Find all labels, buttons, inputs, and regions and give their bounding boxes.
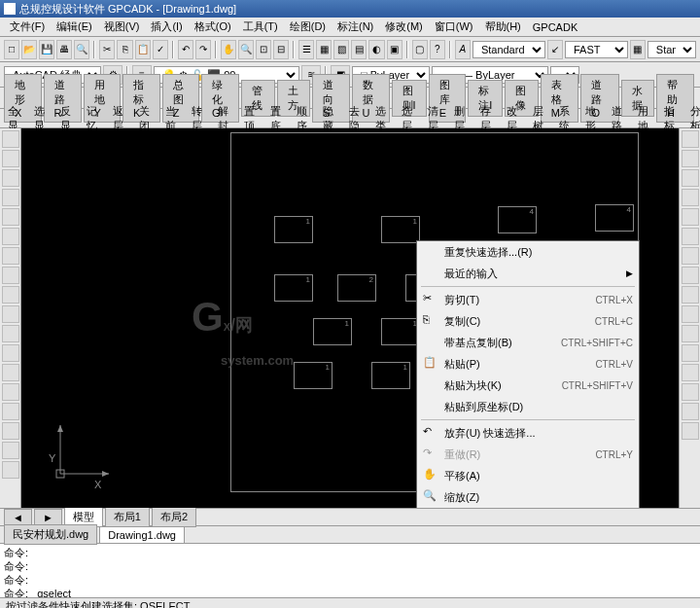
rect-shape[interactable]: 1 — [371, 362, 410, 389]
context-menu-item[interactable]: 重复快速选择...(R) — [417, 241, 639, 263]
mtext-icon[interactable] — [2, 461, 19, 479]
help-icon[interactable]: ? — [430, 40, 445, 59]
tab-nav[interactable]: ◄ — [4, 509, 32, 526]
table-style-icon[interactable]: ▦ — [630, 40, 646, 59]
copy-obj-icon[interactable] — [682, 150, 699, 167]
menu-item[interactable]: GPCADK — [527, 19, 583, 35]
menu-item[interactable]: 标注(N) — [332, 18, 379, 36]
polygon-icon[interactable] — [2, 189, 19, 206]
line-icon[interactable] — [2, 130, 19, 148]
zoom-icon[interactable]: 🔍 — [238, 40, 254, 59]
context-menu-item[interactable]: 粘贴到原坐标(D) — [417, 396, 639, 417]
drawing-canvas[interactable]: 1 1 4 4 1 2 2 1 1 1 1 GX/网 system.com Y … — [21, 128, 679, 508]
stretch-icon[interactable] — [682, 286, 699, 304]
text-style-combo[interactable]: Standard — [472, 41, 545, 58]
break-icon[interactable] — [682, 344, 699, 362]
menu-item[interactable]: 修改(M) — [379, 18, 429, 36]
paste-icon[interactable]: 📋 — [135, 40, 151, 59]
open-icon[interactable]: 📂 — [21, 40, 37, 59]
menu-item[interactable]: 绘图(D) — [284, 18, 332, 36]
rect-shape[interactable]: 4 — [498, 206, 537, 233]
gradient-icon[interactable] — [2, 403, 19, 420]
chamfer-icon[interactable] — [682, 383, 699, 401]
mirror-icon[interactable] — [682, 169, 699, 187]
design-center-icon[interactable]: ▦ — [316, 40, 332, 59]
xline-icon[interactable] — [2, 150, 19, 167]
copy-icon[interactable]: ⎘ — [117, 40, 132, 59]
redo-icon[interactable]: ↷ — [195, 40, 211, 59]
region-icon[interactable] — [2, 422, 19, 440]
menu-item[interactable]: 格式(O) — [189, 18, 237, 36]
erase-icon[interactable] — [682, 130, 699, 148]
tool-palette-icon[interactable]: ▧ — [333, 40, 349, 59]
menu-item[interactable]: 文件(F) — [4, 18, 51, 36]
context-menu-item[interactable]: ↷重做(R)CTRL+Y — [417, 444, 639, 465]
hatch-icon[interactable] — [2, 383, 19, 401]
zoom-prev-icon[interactable]: ⊟ — [273, 40, 289, 59]
context-menu-item[interactable]: 粘贴为块(K)CTRL+SHIFT+V — [417, 375, 639, 396]
extend-icon[interactable] — [682, 325, 699, 342]
file-tab[interactable]: 民安村规划.dwg — [4, 524, 97, 545]
arc-icon[interactable] — [2, 228, 19, 245]
rotate-icon[interactable] — [682, 247, 699, 265]
pan-icon[interactable]: ✋ — [221, 40, 236, 59]
array-icon[interactable] — [682, 208, 699, 226]
rect-shape[interactable]: 2 — [337, 274, 376, 302]
menu-item[interactable]: 插入(I) — [145, 18, 188, 36]
menu-item[interactable]: 帮助(H) — [479, 18, 527, 36]
scale-icon[interactable] — [682, 267, 699, 284]
context-menu-item[interactable]: ↶放弃(U) 快速选择... — [417, 422, 639, 444]
context-menu-item[interactable]: ✋平移(A) — [417, 465, 639, 486]
fillet-icon[interactable] — [682, 403, 699, 420]
spline-icon[interactable] — [2, 286, 19, 304]
context-menu-item[interactable]: ⎘复制(C)CTRL+C — [417, 310, 639, 332]
cut-icon[interactable]: ✂ — [99, 40, 115, 59]
menu-item[interactable]: 工具(T) — [237, 18, 284, 36]
match-icon[interactable]: ✓ — [153, 40, 168, 59]
rect-shape[interactable]: 1 — [381, 216, 420, 243]
table-style-combo[interactable]: Standar — [648, 41, 696, 58]
file-tab[interactable]: Drawing1.dwg — [99, 526, 185, 544]
layout-tab[interactable]: 布局1 — [105, 507, 150, 527]
table-icon[interactable] — [2, 442, 19, 459]
rectangle-icon[interactable] — [2, 208, 19, 226]
tab-nav[interactable]: ► — [34, 509, 62, 526]
dim-style-combo[interactable]: FAST — [565, 41, 628, 58]
context-menu-item[interactable]: 带基点复制(B)CTRL+SHIFT+C — [417, 332, 639, 353]
explode-icon[interactable] — [682, 422, 699, 440]
rect-shape[interactable]: 1 — [294, 362, 332, 389]
context-menu-item[interactable]: 🔍缩放(Z) — [417, 486, 639, 508]
new-icon[interactable]: □ — [4, 40, 19, 59]
calc-icon[interactable]: ▣ — [387, 40, 402, 59]
zoom-window-icon[interactable]: ⊡ — [256, 40, 271, 59]
move-icon[interactable] — [682, 228, 699, 245]
rect-shape[interactable]: 1 — [381, 318, 420, 345]
context-menu-item[interactable]: ✂剪切(T)CTRL+X — [417, 289, 639, 310]
trim-icon[interactable] — [682, 305, 699, 323]
properties-icon[interactable]: ☰ — [298, 40, 314, 59]
undo-icon[interactable]: ↶ — [178, 40, 193, 59]
sheet-set-icon[interactable]: ▤ — [351, 40, 367, 59]
menu-item[interactable]: 窗口(W) — [429, 18, 479, 36]
revcloud-icon[interactable] — [2, 267, 19, 284]
circle-icon[interactable] — [2, 247, 19, 265]
block-make-icon[interactable] — [2, 344, 19, 362]
block-icon[interactable]: ▢ — [412, 40, 428, 59]
rect-shape[interactable]: 1 — [274, 216, 313, 243]
point-icon[interactable] — [2, 364, 19, 381]
markup-icon[interactable]: ◐ — [368, 40, 384, 59]
context-menu-item[interactable]: 📋粘贴(P)CTRL+V — [417, 353, 639, 375]
context-menu-item[interactable]: 最近的输入▶ — [417, 263, 639, 284]
save-icon[interactable]: 💾 — [39, 40, 54, 59]
text-style-icon[interactable]: A — [455, 40, 471, 59]
command-line[interactable]: 命令:命令:命令:命令: _qselect命令: — [0, 543, 700, 597]
pline-icon[interactable] — [2, 169, 19, 187]
dim-style-icon[interactable]: ↙ — [547, 40, 563, 59]
ellipse-icon[interactable] — [2, 305, 19, 323]
layout-tab[interactable]: 布局2 — [152, 507, 196, 527]
preview-icon[interactable]: 🔍 — [74, 40, 89, 59]
rect-shape[interactable]: 4 — [595, 204, 634, 232]
menu-item[interactable]: 编辑(E) — [51, 18, 98, 36]
insert-icon[interactable] — [2, 325, 19, 342]
join-icon[interactable] — [682, 364, 699, 381]
